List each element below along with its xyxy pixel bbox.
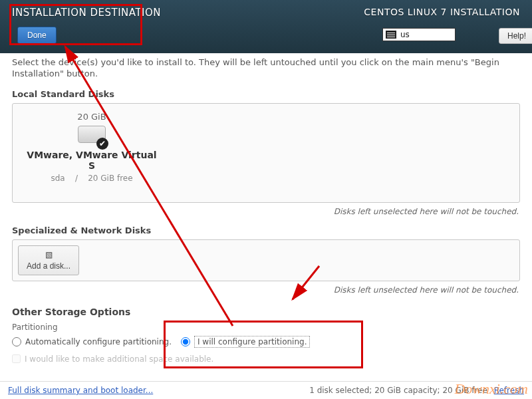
add-disk-label: Add a disk...	[27, 261, 70, 271]
manual-partition-radio[interactable]	[181, 337, 190, 346]
help-button[interactable]: Help!	[499, 28, 532, 44]
partitioning-subheading: Partitioning	[12, 323, 520, 332]
manual-partition-option[interactable]: I will configure partitioning.	[181, 336, 310, 348]
local-disks-heading: Local Standard Disks	[12, 89, 520, 99]
add-disk-button[interactable]: ▧ Add a disk...	[18, 245, 79, 275]
local-unselected-note: Disks left unselected here will not be t…	[12, 207, 519, 216]
additional-space-option: I would like to make additional space av…	[12, 354, 520, 364]
footer-bar: Full disk summary and boot loader... 1 d…	[0, 381, 532, 395]
disk-name: VMware, VMware Virtual S	[22, 150, 162, 171]
top-bar: INSTALLATION DESTINATION CENTOS LINUX 7 …	[0, 0, 532, 53]
disk-subinfo: sda / 20 GiB free	[22, 174, 162, 183]
network-disks-heading: Specialized & Network Disks	[12, 225, 520, 235]
done-button[interactable]: Done	[17, 27, 57, 44]
disk-summary-link[interactable]: Full disk summary and boot loader...	[8, 386, 153, 395]
keyboard-layout-selector[interactable]: us	[382, 28, 456, 41]
check-icon: ✔	[96, 138, 108, 150]
additional-space-checkbox	[12, 354, 21, 363]
hdd-icon: ✔	[78, 126, 106, 146]
network-disks-panel: ▧ Add a disk...	[12, 239, 520, 281]
keyboard-icon	[386, 31, 396, 39]
keyboard-layout-value: us	[400, 30, 410, 39]
watermark: Downxi.com	[454, 380, 528, 398]
disk-item[interactable]: 20 GiB ✔ VMware, VMware Virtual S sda / …	[22, 112, 162, 183]
install-title: CENTOS LINUX 7 INSTALLATION	[364, 7, 520, 17]
local-disks-panel: 20 GiB ✔ VMware, VMware Virtual S sda / …	[12, 103, 520, 203]
disk-size: 20 GiB	[22, 112, 162, 122]
auto-partition-option[interactable]: Automatically configure partitioning.	[12, 337, 172, 346]
network-unselected-note: Disks left unselected here will not be t…	[12, 285, 519, 295]
page-title: INSTALLATION DESTINATION	[12, 7, 161, 19]
intro-text: Select the device(s) you'd like to insta…	[12, 57, 520, 80]
auto-partition-radio[interactable]	[12, 337, 21, 346]
disk-plus-icon: ▧	[45, 250, 53, 259]
storage-options-heading: Other Storage Options	[12, 307, 520, 317]
